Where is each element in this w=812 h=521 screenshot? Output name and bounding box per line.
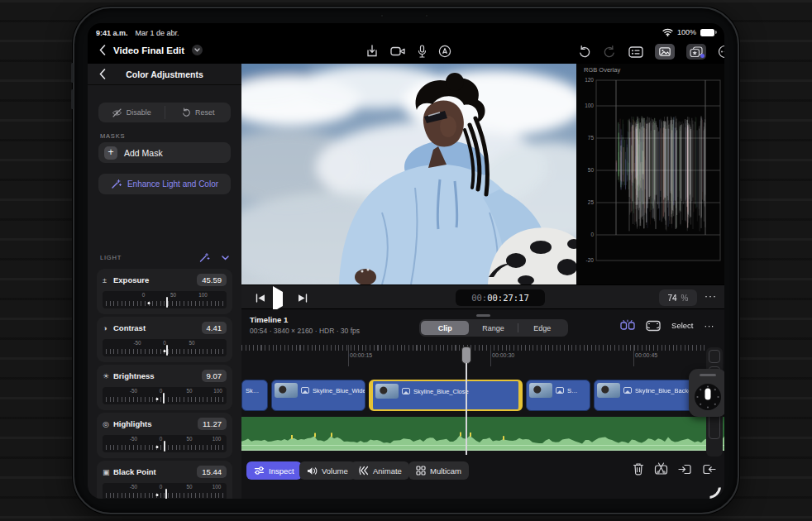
overlay-frames-icon[interactable]: [646, 320, 661, 332]
mode-edge[interactable]: Edge: [518, 321, 566, 335]
clock: 9:41 a.m.: [96, 29, 128, 37]
timecode-hours: 00:: [471, 293, 487, 303]
playhead-handle[interactable]: [461, 347, 471, 364]
overwrite-clip-icon[interactable]: [702, 463, 716, 476]
status-bar: 9:41 a.m. Mar 1 de abr. 100%: [88, 23, 724, 41]
viewer-more-button[interactable]: ···: [705, 290, 717, 302]
microphone-icon[interactable]: [418, 45, 427, 58]
battery-icon: [700, 29, 714, 36]
speaker-icon: [307, 466, 318, 476]
blade-split-icon[interactable]: [620, 319, 635, 332]
effects-button[interactable]: [686, 44, 706, 60]
browser-icon[interactable]: [628, 46, 643, 58]
slider-handle[interactable]: [164, 441, 165, 452]
collapse-chevron-icon[interactable]: [222, 256, 229, 260]
slider-zero-dot: [156, 398, 159, 400]
slider-ruler[interactable]: -50 0 50 100: [103, 435, 227, 452]
clip-skyline-blue-close[interactable]: Skyline_Blue_Close: [369, 380, 523, 411]
slider-exposure: ± Exposure 45.59 0 50 100: [97, 269, 232, 314]
enhance-button[interactable]: Enhance Light and Color: [98, 174, 231, 194]
title-menu-button[interactable]: [192, 45, 203, 55]
reset-button[interactable]: Reset: [165, 103, 232, 122]
inspect-icon: [254, 466, 265, 476]
camera-icon[interactable]: [390, 45, 406, 57]
animate-button[interactable]: Animate: [351, 461, 409, 480]
audio-track[interactable]: [241, 417, 724, 451]
select-button[interactable]: Select: [671, 321, 693, 330]
timeline-meta: 00:54 · 3840 × 2160 · HDR · 30 fps: [250, 327, 360, 335]
import-icon[interactable]: [365, 44, 379, 58]
light-wand-icon[interactable]: [198, 252, 210, 263]
clip-thumbnail: [529, 383, 552, 398]
media-browser-button[interactable]: [655, 44, 675, 60]
notification-dot: [700, 54, 705, 58]
clip-label: Skyline_Blue_Wide: [313, 387, 365, 394]
mode-clip[interactable]: Clip: [421, 321, 469, 335]
photo-icon: [659, 47, 671, 56]
slider-handle[interactable]: [165, 489, 167, 499]
slider-label: Exposure: [113, 275, 197, 284]
multicam-button[interactable]: Multicam: [408, 461, 469, 480]
slider-value-field[interactable]: 9.07: [202, 370, 227, 382]
mode-range[interactable]: Range: [469, 321, 517, 335]
play-button[interactable]: [273, 292, 283, 307]
clip-skyline-blue-background[interactable]: Skyline_Blue_Backgrou: [594, 380, 705, 411]
split-clip-icon[interactable]: [654, 462, 668, 476]
jog-drag-handle[interactable]: [700, 374, 716, 376]
timecode-display[interactable]: 00:00:27:17: [456, 289, 545, 306]
slider-brightness: ☀ Brightness 9.07 -50 0 50 100: [97, 365, 232, 410]
clip-thumbnail: [375, 384, 399, 399]
timeline-more-button[interactable]: ···: [705, 321, 715, 331]
play-icon: [273, 286, 283, 312]
clip-s-truncated[interactable]: S…: [526, 380, 590, 411]
camera-sensor: [425, 14, 428, 17]
trash-icon[interactable]: [633, 462, 644, 476]
slider-value-field[interactable]: 45.59: [197, 274, 227, 286]
scope-tick: 0: [578, 232, 594, 237]
skip-forward-icon[interactable]: [298, 294, 308, 303]
slider-ruler[interactable]: -50 0 50: [103, 339, 227, 356]
exposure-icon: ±: [103, 276, 113, 284]
timeline-drag-handle[interactable]: [476, 314, 490, 317]
skip-back-icon[interactable]: [256, 294, 265, 303]
insert-clip-icon[interactable]: [678, 463, 692, 476]
jog-wheel[interactable]: [689, 369, 724, 417]
project-title[interactable]: Video Final Edit: [113, 45, 184, 55]
back-chevron-icon[interactable]: [99, 45, 106, 55]
clip-skyline-partial[interactable]: Sk…: [241, 380, 268, 411]
more-icon[interactable]: [718, 45, 724, 59]
slider-handle[interactable]: [163, 393, 165, 404]
slider-value-field[interactable]: 11.27: [198, 418, 227, 430]
transport-bar: 00:00:27:17 74% ···: [241, 284, 724, 309]
video-viewer[interactable]: [241, 64, 576, 284]
disable-label: Disable: [127, 108, 151, 117]
scope-tick: 120: [578, 77, 594, 83]
slider-ruler[interactable]: 0 50 100: [103, 291, 227, 308]
waveform-scope: [576, 64, 724, 284]
slider-value-field[interactable]: 15.44: [197, 466, 227, 478]
volume-down-button: [71, 89, 74, 109]
playhead[interactable]: [461, 347, 471, 455]
black-point-icon: ▣: [103, 468, 113, 476]
viewer-zoom-control[interactable]: 74%: [659, 289, 697, 306]
slider-ruler[interactable]: -50 0 50 100: [103, 483, 227, 499]
disable-button[interactable]: Disable: [98, 103, 165, 122]
slider-value-field[interactable]: 4.41: [202, 322, 227, 334]
annotate-icon[interactable]: [438, 45, 451, 58]
ruler-label: 00:00:15: [350, 352, 372, 358]
add-mask-label: Add Mask: [124, 148, 163, 158]
ipad-device: 9:41 a.m. Mar 1 de abr. 100% Video Final…: [73, 7, 739, 514]
timeline-ruler[interactable]: 00:00:15 00:00:30 00:00:45: [241, 345, 705, 366]
undo-icon[interactable]: [577, 45, 591, 59]
volume-button[interactable]: Volume: [299, 461, 356, 480]
slider-handle[interactable]: [166, 297, 168, 308]
scope-tick: -20: [578, 257, 594, 263]
redo-icon[interactable]: [603, 45, 617, 59]
slider-ruler[interactable]: -50 0 50 100: [103, 387, 227, 404]
add-mask-button[interactable]: + Add Mask: [98, 142, 231, 163]
clip-skyline-blue-wide[interactable]: Skyline_Blue_Wide: [271, 380, 365, 411]
inspect-button[interactable]: Inspect: [246, 461, 302, 480]
edit-mode-segmented-control: Clip Range Edge: [419, 319, 568, 337]
slider-handle[interactable]: [166, 345, 168, 356]
audio-waveform: [241, 417, 724, 451]
